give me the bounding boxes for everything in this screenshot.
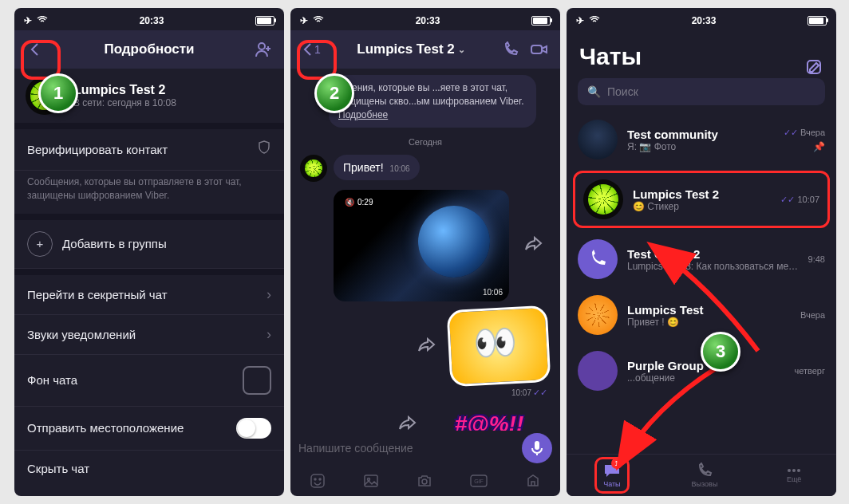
plus-icon: + [27, 231, 53, 257]
sounds-label: Звуки уведомлений [27, 328, 136, 341]
status-time: 20:33 [692, 15, 717, 26]
wifi-icon [37, 15, 48, 26]
encryption-desc: Сообщения, которые вы отправляете в этот… [14, 171, 284, 214]
chat-time: Вчера [800, 128, 825, 137]
message-input[interactable]: Напишите сообщение [298, 442, 515, 455]
composer-toolbar: GIF [290, 466, 560, 496]
chat-item-community[interactable]: Test communityЯ: 📷 Фото ✓✓ Вчера📌 [567, 112, 836, 167]
add-contact-icon[interactable] [252, 38, 274, 61]
airplane-icon: ✈︎ [24, 15, 32, 26]
more-icon[interactable] [520, 471, 546, 491]
message-in: Привет!10:06 [290, 152, 560, 185]
airplane-icon: ✈︎ [576, 15, 584, 26]
wifi-icon [589, 15, 600, 26]
airplane-icon: ✈︎ [300, 15, 308, 26]
contact-status: В сети: сегодня в 10:08 [73, 97, 176, 108]
message-bubble[interactable]: Привет!10:06 [334, 155, 420, 180]
chat-avatar [583, 179, 623, 219]
tab-more[interactable]: Ещё [780, 464, 808, 486]
chat-preview: 😊 Стикер [633, 201, 771, 212]
svg-point-0 [259, 43, 265, 49]
chat-title[interactable]: Lumpics Test 2⌄ [322, 41, 500, 57]
call-icon[interactable] [500, 38, 522, 61]
chat-time: 10:07 [797, 195, 819, 204]
svg-point-12 [788, 469, 791, 472]
search-placeholder: Поиск [607, 85, 638, 98]
chat-time: четверг [795, 366, 826, 376]
camera-icon[interactable] [412, 471, 437, 491]
hide-chat-label: Скрыть чат [27, 462, 89, 475]
shield-icon [257, 140, 271, 159]
more-link[interactable]: Подробнее [338, 109, 388, 120]
marker-2: 2 [314, 73, 354, 113]
svg-rect-6 [365, 475, 377, 486]
add-to-groups-row[interactable]: +Добавить в группы [14, 220, 284, 269]
sticker-eyes[interactable] [447, 305, 551, 387]
sticker-tab-icon[interactable] [305, 471, 330, 491]
svg-point-14 [797, 469, 800, 472]
svg-point-13 [792, 469, 796, 472]
chevron-right-icon: › [267, 326, 271, 343]
marker-3: 3 [701, 332, 740, 372]
svg-point-8 [422, 479, 427, 484]
chat-time: 9:48 [808, 254, 825, 264]
video-call-icon[interactable] [528, 38, 551, 61]
verify-contact-row[interactable]: Верифицировать контакт [14, 129, 284, 171]
hide-chat-row[interactable]: Скрыть чат [14, 451, 284, 486]
message-text: Привет! [343, 161, 384, 174]
forward-icon[interactable] [412, 337, 442, 355]
tab-label: Ещё [787, 475, 801, 483]
sticker-out-1 [290, 305, 560, 388]
chat-avatar [578, 239, 618, 279]
composer: Напишите сообщение [290, 431, 560, 466]
message-time: 10:06 [390, 164, 410, 173]
nav-title: Подробности [46, 41, 252, 57]
video-time: 10:06 [483, 288, 503, 297]
contact-name: Lumpics Test 2 [73, 83, 176, 97]
sticker1-time: 10:07✓✓ [290, 388, 560, 398]
battery-icon [808, 16, 827, 26]
page-title: Чаты [567, 30, 836, 78]
chat-avatar [578, 295, 618, 335]
gif-icon[interactable]: GIF [465, 472, 492, 490]
sender-avatar[interactable] [300, 155, 327, 182]
arrow-3-to-tab [606, 367, 750, 478]
marker-1: 1 [38, 73, 78, 113]
chat-item-lumpics2[interactable]: Lumpics Test 2😊 Стикер ✓✓ 10:07 [573, 171, 830, 228]
search-input[interactable]: 🔍Поиск [578, 78, 825, 105]
sounds-row[interactable]: Звуки уведомлений› [14, 315, 284, 355]
secret-chat-row[interactable]: Перейти в секретный чат› [14, 275, 284, 315]
forward-icon[interactable] [519, 236, 549, 254]
pin-icon: 📌 [813, 141, 825, 152]
location-label: Отправить местоположение [27, 421, 184, 435]
date-chip: Сегодня [290, 132, 560, 152]
gallery-icon[interactable] [358, 471, 384, 491]
background-label: Фон чата [27, 373, 77, 387]
chat-preview: Я: 📷 Фото [627, 141, 774, 152]
battery-icon [531, 16, 551, 26]
status-bar: ✈︎ 20:33 [567, 8, 836, 30]
tab-label: Чаты [603, 480, 620, 488]
background-row[interactable]: Фон чата [14, 355, 284, 407]
status-bar: ✈︎ 20:33 [14, 8, 284, 30]
video-message[interactable]: 🔇0:29 10:06 [334, 190, 509, 301]
svg-point-5 [319, 478, 321, 480]
battery-icon [255, 16, 274, 26]
chevron-right-icon: › [267, 286, 271, 303]
mic-button[interactable] [522, 433, 552, 463]
chevron-down-icon: ⌄ [458, 45, 465, 55]
svg-rect-2 [535, 441, 539, 450]
encryption-notice: ...дения, которые вы ...яете в этот чат,… [329, 75, 536, 128]
compose-button[interactable] [803, 56, 825, 78]
tab-label: Вызовы [692, 480, 718, 488]
chat-name: Test community [627, 128, 774, 141]
chat-time: Вчера [800, 310, 825, 320]
send-location-row[interactable]: Отправить местоположение [14, 407, 284, 451]
wifi-icon [313, 15, 324, 26]
location-switch[interactable] [236, 418, 271, 439]
search-icon: 🔍 [587, 85, 601, 98]
verify-label: Верифицировать контакт [27, 143, 168, 156]
status-time: 20:33 [140, 15, 164, 26]
chat-avatar [578, 120, 618, 159]
svg-point-4 [314, 478, 316, 480]
